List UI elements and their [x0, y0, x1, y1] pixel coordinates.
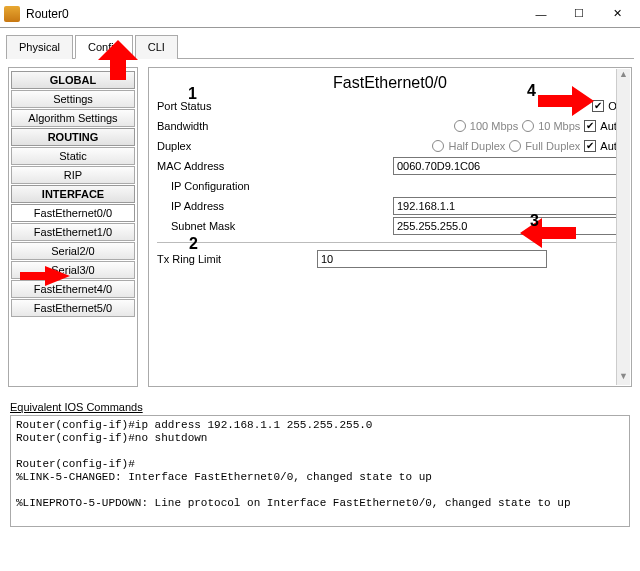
config-panel: FastEthernet0/0 Port Status ✔ On Bandwid… — [148, 67, 632, 387]
label-10mbps: 10 Mbps — [538, 120, 580, 132]
sidebar-item-fe40[interactable]: FastEthernet4/0 — [11, 280, 135, 298]
sidebar-item-fe10[interactable]: FastEthernet1/0 — [11, 223, 135, 241]
label-bandwidth: Bandwidth — [157, 120, 317, 132]
panel-title: FastEthernet0/0 — [157, 74, 623, 92]
scroll-down-icon[interactable]: ▼ — [617, 371, 631, 385]
tab-config[interactable]: Config — [75, 35, 133, 59]
sidebar-static[interactable]: Static — [11, 147, 135, 165]
maximize-button[interactable]: ☐ — [560, 3, 598, 25]
input-ip[interactable] — [393, 197, 623, 215]
label-half-duplex: Half Duplex — [448, 140, 505, 152]
label-ip-config: IP Configuration — [157, 180, 317, 192]
checkbox-port-status[interactable]: ✔ — [592, 100, 604, 112]
titlebar: Router0 — ☐ ✕ — [0, 0, 640, 28]
app-icon — [4, 6, 20, 22]
input-txring[interactable] — [317, 250, 547, 268]
label-mac: MAC Address — [157, 160, 317, 172]
sidebar-item-fe50[interactable]: FastEthernet5/0 — [11, 299, 135, 317]
sidebar-item-s30[interactable]: Serial3/0 — [11, 261, 135, 279]
sidebar-item-s20[interactable]: Serial2/0 — [11, 242, 135, 260]
tab-bar: Physical Config CLI — [6, 34, 634, 59]
sidebar-section-interface: INTERFACE — [11, 185, 135, 203]
checkbox-dx-auto[interactable]: ✔ — [584, 140, 596, 152]
sidebar-item-fe00[interactable]: FastEthernet0/0 — [11, 204, 135, 222]
sidebar-settings[interactable]: Settings — [11, 90, 135, 108]
commands-caption: Equivalent IOS Commands — [10, 401, 630, 413]
window-title: Router0 — [26, 7, 522, 21]
checkbox-bw-auto[interactable]: ✔ — [584, 120, 596, 132]
tab-physical[interactable]: Physical — [6, 35, 73, 59]
close-button[interactable]: ✕ — [598, 3, 636, 25]
radio-10mbps[interactable] — [522, 120, 534, 132]
label-100mbps: 100 Mbps — [470, 120, 518, 132]
radio-full-duplex[interactable] — [509, 140, 521, 152]
radio-half-duplex[interactable] — [432, 140, 444, 152]
tab-cli[interactable]: CLI — [135, 35, 178, 59]
radio-100mbps[interactable] — [454, 120, 466, 132]
label-ip: IP Address — [157, 200, 317, 212]
minimize-button[interactable]: — — [522, 3, 560, 25]
label-txring: Tx Ring Limit — [157, 253, 317, 265]
sidebar: GLOBAL Settings Algorithm Settings ROUTI… — [8, 67, 138, 387]
panel-scrollbar[interactable]: ▲ ▼ — [616, 69, 630, 385]
input-mac[interactable] — [393, 157, 623, 175]
label-duplex: Duplex — [157, 140, 317, 152]
sidebar-section-routing: ROUTING — [11, 128, 135, 146]
input-mask[interactable] — [393, 217, 623, 235]
sidebar-rip[interactable]: RIP — [11, 166, 135, 184]
label-full-duplex: Full Duplex — [525, 140, 580, 152]
commands-terminal[interactable]: Router(config-if)#ip address 192.168.1.1… — [10, 415, 630, 527]
sidebar-algo-settings[interactable]: Algorithm Settings — [11, 109, 135, 127]
separator — [157, 242, 623, 243]
label-port-status: Port Status — [157, 100, 317, 112]
sidebar-section-global: GLOBAL — [11, 71, 135, 89]
scroll-up-icon[interactable]: ▲ — [617, 69, 631, 83]
label-mask: Subnet Mask — [157, 220, 317, 232]
